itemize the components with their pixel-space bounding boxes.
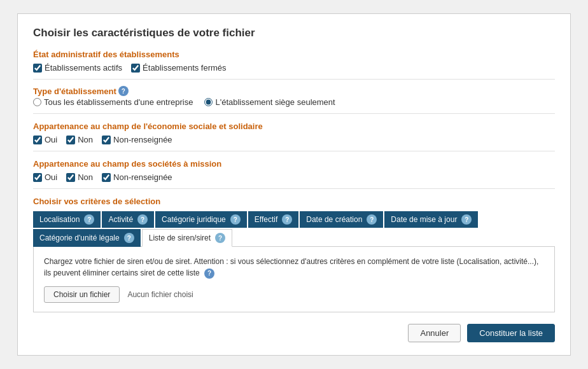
checkbox-ess-oui-input[interactable] bbox=[33, 136, 42, 144]
checkbox-ess-nr-input[interactable] bbox=[102, 136, 111, 144]
tab-categorie-juridique-help[interactable]: ? bbox=[230, 214, 241, 225]
panel-help-icon[interactable]: ? bbox=[204, 268, 214, 279]
checkbox-actifs-input[interactable] bbox=[33, 64, 42, 73]
checkbox-sm-non-input[interactable] bbox=[66, 173, 75, 182]
sm-checkboxes: Oui Non Non-renseignée bbox=[33, 172, 555, 182]
tab-effectif[interactable]: Effectif ? bbox=[248, 211, 298, 228]
checkbox-sm-nr[interactable]: Non-renseignée bbox=[102, 172, 172, 182]
checkbox-ess-non-input[interactable] bbox=[66, 136, 75, 144]
checkbox-fermes[interactable]: Établissements fermés bbox=[131, 63, 227, 73]
tab-liste-siren-help[interactable]: ? bbox=[215, 233, 225, 243]
tab-liste-siren[interactable]: Liste de siren/siret ? bbox=[142, 229, 232, 247]
no-file-text: Aucun fichier choisi bbox=[127, 290, 193, 299]
divider-3 bbox=[33, 151, 555, 151]
tab-date-maj-help[interactable]: ? bbox=[461, 214, 472, 225]
checkbox-ess-non[interactable]: Non bbox=[66, 135, 93, 144]
main-container: Choisir les caractéristiques de votre fi… bbox=[17, 13, 571, 356]
tab-localisation-help[interactable]: ? bbox=[84, 214, 94, 225]
tab-panel-liste-siren: Chargez votre fichier de siren et/ou de … bbox=[33, 246, 555, 312]
tab-categorie-unite[interactable]: Catégorie d'unité légale ? bbox=[33, 229, 141, 247]
tabs-row-1: Localisation ? Activité ? Catégorie juri… bbox=[33, 211, 555, 228]
section-type-etablissement: Type d'établissement ? bbox=[33, 86, 555, 96]
tab-categorie-juridique[interactable]: Catégorie juridique ? bbox=[155, 211, 247, 228]
radio-siege[interactable]: L'établissement siège seulement bbox=[204, 97, 335, 107]
type-help-icon[interactable]: ? bbox=[118, 86, 129, 96]
tab-categorie-unite-help[interactable]: ? bbox=[124, 233, 134, 243]
tab-date-maj[interactable]: Date de mise à jour ? bbox=[384, 211, 478, 228]
divider-2 bbox=[33, 113, 555, 114]
tab-activite-help[interactable]: ? bbox=[137, 214, 148, 225]
checkbox-sm-non[interactable]: Non bbox=[66, 172, 93, 182]
radio-tous[interactable]: Tous les établissements d'une entreprise bbox=[33, 97, 193, 107]
tab-activite[interactable]: Activité ? bbox=[102, 211, 154, 228]
type-etablissement-radios: Tous les établissements d'une entreprise… bbox=[33, 97, 555, 107]
footer: Annuler Constituer la liste bbox=[33, 324, 555, 342]
tabs-row-2: Catégorie d'unité légale ? Liste de sire… bbox=[33, 229, 555, 247]
panel-description: Chargez votre fichier de siren et/ou de … bbox=[44, 256, 544, 279]
file-chooser-row: Choisir un fichier Aucun fichier choisi bbox=[44, 286, 544, 303]
page-title: Choisir les caractéristiques de votre fi… bbox=[33, 27, 555, 39]
section-criteres: Choisir vos critères de sélection bbox=[33, 197, 555, 206]
tab-date-creation-help[interactable]: ? bbox=[367, 214, 377, 225]
choose-file-button[interactable]: Choisir un fichier bbox=[44, 286, 120, 303]
checkbox-fermes-input[interactable] bbox=[131, 64, 140, 73]
section-sm: Appartenance au champ des sociétés à mis… bbox=[33, 159, 555, 169]
checkbox-sm-oui-input[interactable] bbox=[33, 173, 42, 182]
radio-tous-input[interactable] bbox=[33, 98, 41, 106]
divider-4 bbox=[33, 188, 555, 189]
tab-effectif-help[interactable]: ? bbox=[282, 214, 292, 225]
divider-1 bbox=[33, 79, 555, 80]
checkbox-actifs[interactable]: Établissements actifs bbox=[33, 63, 122, 73]
tab-date-creation[interactable]: Date de création ? bbox=[300, 211, 383, 228]
radio-siege-input[interactable] bbox=[204, 98, 213, 106]
checkbox-ess-nr[interactable]: Non-renseignée bbox=[102, 135, 172, 144]
tab-localisation[interactable]: Localisation ? bbox=[33, 211, 101, 228]
checkbox-ess-oui[interactable]: Oui bbox=[33, 135, 57, 144]
section-ess: Appartenance au champ de l'économie soci… bbox=[33, 122, 555, 131]
checkbox-sm-nr-input[interactable] bbox=[102, 173, 111, 182]
submit-button[interactable]: Constituer la liste bbox=[467, 324, 555, 342]
etat-admin-checkboxes: Établissements actifs Établissements fer… bbox=[33, 63, 555, 73]
ess-checkboxes: Oui Non Non-renseignée bbox=[33, 135, 555, 144]
checkbox-sm-oui[interactable]: Oui bbox=[33, 172, 57, 182]
cancel-button[interactable]: Annuler bbox=[408, 324, 461, 342]
section-etat-admin: État administratif des établissements bbox=[33, 50, 555, 59]
